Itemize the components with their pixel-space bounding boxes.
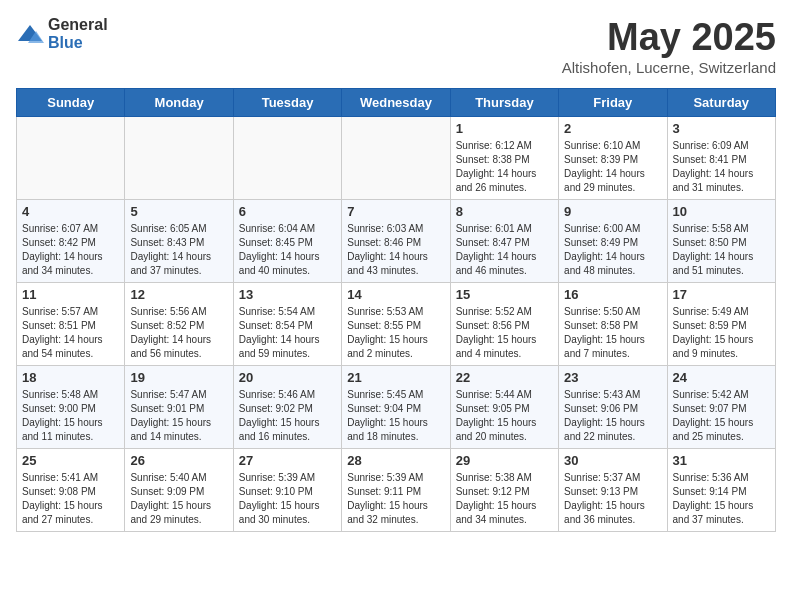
calendar-cell: 29Sunrise: 5:38 AMSunset: 9:12 PMDayligh… xyxy=(450,449,558,532)
calendar-cell: 11Sunrise: 5:57 AMSunset: 8:51 PMDayligh… xyxy=(17,283,125,366)
calendar-cell xyxy=(342,117,450,200)
calendar-week-4: 18Sunrise: 5:48 AMSunset: 9:00 PMDayligh… xyxy=(17,366,776,449)
calendar-cell: 22Sunrise: 5:44 AMSunset: 9:05 PMDayligh… xyxy=(450,366,558,449)
day-number: 23 xyxy=(564,370,661,385)
day-info: Sunrise: 5:57 AMSunset: 8:51 PMDaylight:… xyxy=(22,305,119,361)
logo-general: General xyxy=(48,16,108,33)
day-info: Sunrise: 5:43 AMSunset: 9:06 PMDaylight:… xyxy=(564,388,661,444)
day-number: 6 xyxy=(239,204,336,219)
day-number: 1 xyxy=(456,121,553,136)
day-info: Sunrise: 5:49 AMSunset: 8:59 PMDaylight:… xyxy=(673,305,770,361)
day-number: 9 xyxy=(564,204,661,219)
day-number: 8 xyxy=(456,204,553,219)
calendar-cell: 28Sunrise: 5:39 AMSunset: 9:11 PMDayligh… xyxy=(342,449,450,532)
day-info: Sunrise: 5:54 AMSunset: 8:54 PMDaylight:… xyxy=(239,305,336,361)
day-info: Sunrise: 5:39 AMSunset: 9:10 PMDaylight:… xyxy=(239,471,336,527)
calendar-cell: 20Sunrise: 5:46 AMSunset: 9:02 PMDayligh… xyxy=(233,366,341,449)
day-number: 28 xyxy=(347,453,444,468)
day-info: Sunrise: 6:03 AMSunset: 8:46 PMDaylight:… xyxy=(347,222,444,278)
day-number: 17 xyxy=(673,287,770,302)
day-info: Sunrise: 6:05 AMSunset: 8:43 PMDaylight:… xyxy=(130,222,227,278)
calendar-cell: 13Sunrise: 5:54 AMSunset: 8:54 PMDayligh… xyxy=(233,283,341,366)
calendar-cell: 12Sunrise: 5:56 AMSunset: 8:52 PMDayligh… xyxy=(125,283,233,366)
day-number: 25 xyxy=(22,453,119,468)
calendar-week-3: 11Sunrise: 5:57 AMSunset: 8:51 PMDayligh… xyxy=(17,283,776,366)
calendar-week-2: 4Sunrise: 6:07 AMSunset: 8:42 PMDaylight… xyxy=(17,200,776,283)
day-number: 24 xyxy=(673,370,770,385)
day-number: 29 xyxy=(456,453,553,468)
calendar-cell: 17Sunrise: 5:49 AMSunset: 8:59 PMDayligh… xyxy=(667,283,775,366)
calendar-cell xyxy=(233,117,341,200)
day-number: 4 xyxy=(22,204,119,219)
day-info: Sunrise: 5:45 AMSunset: 9:04 PMDaylight:… xyxy=(347,388,444,444)
day-info: Sunrise: 5:48 AMSunset: 9:00 PMDaylight:… xyxy=(22,388,119,444)
calendar-week-5: 25Sunrise: 5:41 AMSunset: 9:08 PMDayligh… xyxy=(17,449,776,532)
day-number: 15 xyxy=(456,287,553,302)
calendar-cell: 25Sunrise: 5:41 AMSunset: 9:08 PMDayligh… xyxy=(17,449,125,532)
calendar-cell: 15Sunrise: 5:52 AMSunset: 8:56 PMDayligh… xyxy=(450,283,558,366)
calendar-cell: 19Sunrise: 5:47 AMSunset: 9:01 PMDayligh… xyxy=(125,366,233,449)
day-info: Sunrise: 5:38 AMSunset: 9:12 PMDaylight:… xyxy=(456,471,553,527)
day-info: Sunrise: 5:50 AMSunset: 8:58 PMDaylight:… xyxy=(564,305,661,361)
day-number: 2 xyxy=(564,121,661,136)
calendar-cell: 4Sunrise: 6:07 AMSunset: 8:42 PMDaylight… xyxy=(17,200,125,283)
day-info: Sunrise: 6:10 AMSunset: 8:39 PMDaylight:… xyxy=(564,139,661,195)
day-number: 3 xyxy=(673,121,770,136)
day-number: 11 xyxy=(22,287,119,302)
day-info: Sunrise: 6:07 AMSunset: 8:42 PMDaylight:… xyxy=(22,222,119,278)
calendar-cell: 2Sunrise: 6:10 AMSunset: 8:39 PMDaylight… xyxy=(559,117,667,200)
day-number: 31 xyxy=(673,453,770,468)
day-info: Sunrise: 5:41 AMSunset: 9:08 PMDaylight:… xyxy=(22,471,119,527)
calendar-cell: 24Sunrise: 5:42 AMSunset: 9:07 PMDayligh… xyxy=(667,366,775,449)
calendar-cell: 1Sunrise: 6:12 AMSunset: 8:38 PMDaylight… xyxy=(450,117,558,200)
page-header: General Blue May 2025 Altishofen, Lucern… xyxy=(16,16,776,76)
day-info: Sunrise: 6:00 AMSunset: 8:49 PMDaylight:… xyxy=(564,222,661,278)
day-info: Sunrise: 5:42 AMSunset: 9:07 PMDaylight:… xyxy=(673,388,770,444)
calendar-week-1: 1Sunrise: 6:12 AMSunset: 8:38 PMDaylight… xyxy=(17,117,776,200)
day-number: 21 xyxy=(347,370,444,385)
calendar-cell xyxy=(17,117,125,200)
calendar-cell: 26Sunrise: 5:40 AMSunset: 9:09 PMDayligh… xyxy=(125,449,233,532)
calendar-table: SundayMondayTuesdayWednesdayThursdayFrid… xyxy=(16,88,776,532)
day-info: Sunrise: 5:40 AMSunset: 9:09 PMDaylight:… xyxy=(130,471,227,527)
day-header-sunday: Sunday xyxy=(17,89,125,117)
day-number: 10 xyxy=(673,204,770,219)
day-info: Sunrise: 5:39 AMSunset: 9:11 PMDaylight:… xyxy=(347,471,444,527)
calendar-cell xyxy=(125,117,233,200)
day-info: Sunrise: 5:52 AMSunset: 8:56 PMDaylight:… xyxy=(456,305,553,361)
day-number: 13 xyxy=(239,287,336,302)
day-info: Sunrise: 5:44 AMSunset: 9:05 PMDaylight:… xyxy=(456,388,553,444)
day-number: 7 xyxy=(347,204,444,219)
day-info: Sunrise: 5:53 AMSunset: 8:55 PMDaylight:… xyxy=(347,305,444,361)
calendar-cell: 5Sunrise: 6:05 AMSunset: 8:43 PMDaylight… xyxy=(125,200,233,283)
day-header-wednesday: Wednesday xyxy=(342,89,450,117)
logo: General Blue xyxy=(16,16,108,52)
subtitle: Altishofen, Lucerne, Switzerland xyxy=(562,59,776,76)
day-info: Sunrise: 6:04 AMSunset: 8:45 PMDaylight:… xyxy=(239,222,336,278)
calendar-cell: 3Sunrise: 6:09 AMSunset: 8:41 PMDaylight… xyxy=(667,117,775,200)
day-info: Sunrise: 5:46 AMSunset: 9:02 PMDaylight:… xyxy=(239,388,336,444)
calendar-cell: 10Sunrise: 5:58 AMSunset: 8:50 PMDayligh… xyxy=(667,200,775,283)
day-number: 22 xyxy=(456,370,553,385)
day-header-monday: Monday xyxy=(125,89,233,117)
logo-icon xyxy=(16,23,44,45)
day-number: 18 xyxy=(22,370,119,385)
main-title: May 2025 xyxy=(562,16,776,59)
calendar-cell: 14Sunrise: 5:53 AMSunset: 8:55 PMDayligh… xyxy=(342,283,450,366)
calendar-cell: 16Sunrise: 5:50 AMSunset: 8:58 PMDayligh… xyxy=(559,283,667,366)
calendar-cell: 31Sunrise: 5:36 AMSunset: 9:14 PMDayligh… xyxy=(667,449,775,532)
day-number: 27 xyxy=(239,453,336,468)
day-info: Sunrise: 5:56 AMSunset: 8:52 PMDaylight:… xyxy=(130,305,227,361)
day-header-saturday: Saturday xyxy=(667,89,775,117)
day-info: Sunrise: 6:09 AMSunset: 8:41 PMDaylight:… xyxy=(673,139,770,195)
day-number: 5 xyxy=(130,204,227,219)
day-number: 30 xyxy=(564,453,661,468)
day-number: 26 xyxy=(130,453,227,468)
day-header-friday: Friday xyxy=(559,89,667,117)
day-info: Sunrise: 5:47 AMSunset: 9:01 PMDaylight:… xyxy=(130,388,227,444)
day-number: 19 xyxy=(130,370,227,385)
day-info: Sunrise: 6:12 AMSunset: 8:38 PMDaylight:… xyxy=(456,139,553,195)
day-info: Sunrise: 5:37 AMSunset: 9:13 PMDaylight:… xyxy=(564,471,661,527)
day-header-thursday: Thursday xyxy=(450,89,558,117)
day-number: 12 xyxy=(130,287,227,302)
